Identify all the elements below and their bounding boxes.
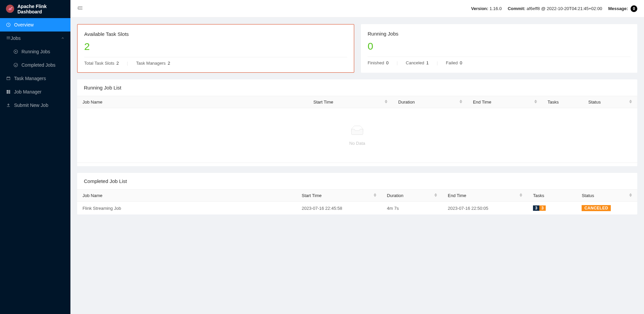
col-job-name[interactable]: Job Name [77,96,308,108]
flink-logo-icon [5,4,17,14]
completed-job-table: Job Name Start Time Duration End Time Ta… [77,190,637,214]
sidebar: Apache Flink Dashboard Overview Jobs [0,0,70,314]
play-circle-icon [13,49,18,54]
col-start-time[interactable]: Start Time [308,96,393,108]
running-jobs-title: Running Jobs [368,31,631,37]
cell-duration: 4m 7s [382,202,443,215]
completed-job-list-panel: Completed Job List Job Name Start Time D… [77,173,637,214]
running-job-list-title: Running Job List [77,79,637,96]
topbar-right: Version: 1.16.0 Commit: af6eff8 @ 2022-1… [471,5,637,12]
nav-overview-label: Overview [14,22,34,27]
message-block: Message: 0 [608,5,637,12]
upload-icon [6,103,11,108]
nav-jobs-label: Jobs [11,36,21,41]
check-circle-icon [13,63,18,67]
col-job-name[interactable]: Job Name [77,190,296,202]
nav-running-jobs[interactable]: Running Jobs [0,45,70,58]
svg-point-1 [11,7,12,8]
col-tasks: Tasks [528,190,576,202]
nav-running-jobs-label: Running Jobs [21,49,50,54]
message-count-badge[interactable]: 0 [631,5,637,12]
failed-stat: Failed0 [446,60,462,65]
total-slots-stat: Total Task Slots2 [84,61,119,66]
commit-block: Commit: af6eff8 @ 2022-10-20T04:21:45+02… [508,6,602,11]
empty-text: No Data [83,141,632,146]
nav-task-managers-label: Task Managers [14,76,46,81]
col-duration[interactable]: Duration [393,96,468,108]
bars-icon [6,36,11,41]
nav-menu: Overview Jobs Running Jobs [0,18,70,112]
running-jobs-card: Running Jobs 0 Finished0 | Canceled1 | F… [361,24,637,73]
logo-text: Apache Flink Dashboard [17,4,65,14]
task-managers-stat: Task Managers2 [136,61,170,66]
topbar: Version: 1.16.0 Commit: af6eff8 @ 2022-1… [70,0,644,17]
col-start-time[interactable]: Start Time [296,190,381,202]
completed-job-list-title: Completed Job List [77,173,637,189]
cell-tasks: 33 [528,202,576,215]
running-jobs-value: 0 [368,41,631,52]
cell-job-name: Flink Streaming Job [77,202,296,215]
canceled-stat: Canceled1 [406,60,429,65]
main: Version: 1.16.0 Commit: af6eff8 @ 2022-1… [70,0,644,314]
col-tasks: Tasks [542,96,583,108]
schedule-icon [6,76,11,81]
cell-status: CANCELED [576,202,637,215]
sort-icon [385,100,387,104]
cell-end-time: 2023-07-16 22:50:05 [442,202,528,215]
available-slots-card: Available Task Slots 2 Total Task Slots2… [77,24,354,73]
nav-completed-jobs-label: Completed Jobs [21,62,55,68]
build-icon [6,89,11,94]
task-badge-state: 3 [539,205,546,211]
sort-icon [520,193,522,197]
table-row[interactable]: Flink Streaming Job 2023-07-16 22:45:58 … [77,202,637,215]
col-status[interactable]: Status [576,190,637,202]
nav-job-manager[interactable]: Job Manager [0,85,70,99]
nav-overview[interactable]: Overview [0,18,70,32]
available-slots-value: 2 [84,41,347,52]
col-end-time[interactable]: End Time [442,190,528,202]
available-slots-title: Available Task Slots [84,31,347,37]
version-block: Version: 1.16.0 [471,6,502,11]
col-end-time[interactable]: End Time [468,96,542,108]
running-job-table: Job Name Start Time Duration End Time Ta… [77,96,637,163]
sort-icon [629,193,632,197]
status-badge: CANCELED [582,205,611,211]
nav-submit-new-job[interactable]: Submit New Job [0,99,70,112]
nav-completed-jobs[interactable]: Completed Jobs [0,58,70,72]
sort-icon [460,100,462,104]
logo-area: Apache Flink Dashboard [0,0,70,18]
empty-icon [349,125,365,137]
sort-icon [534,100,537,104]
cell-start-time: 2023-07-16 22:45:58 [296,202,381,215]
col-status[interactable]: Status [583,96,637,108]
sort-icon [374,193,376,197]
nav-jobs[interactable]: Jobs [0,32,70,45]
sort-icon [434,193,437,197]
col-duration[interactable]: Duration [382,190,443,202]
nav-submit-new-job-label: Submit New Job [14,103,48,108]
task-badge-total: 3 [533,205,539,211]
menu-fold-icon[interactable] [77,5,83,12]
running-job-list-panel: Running Job List Job Name Start Time Dur… [77,79,637,166]
nav-job-manager-label: Job Manager [14,89,42,95]
content: Available Task Slots 2 Total Task Slots2… [70,17,644,228]
chevron-up-icon [61,36,64,41]
empty-state: No Data [83,112,632,159]
nav-task-managers[interactable]: Task Managers [0,72,70,85]
finished-stat: Finished0 [368,60,388,65]
sort-icon [629,100,632,104]
dashboard-icon [6,22,11,27]
